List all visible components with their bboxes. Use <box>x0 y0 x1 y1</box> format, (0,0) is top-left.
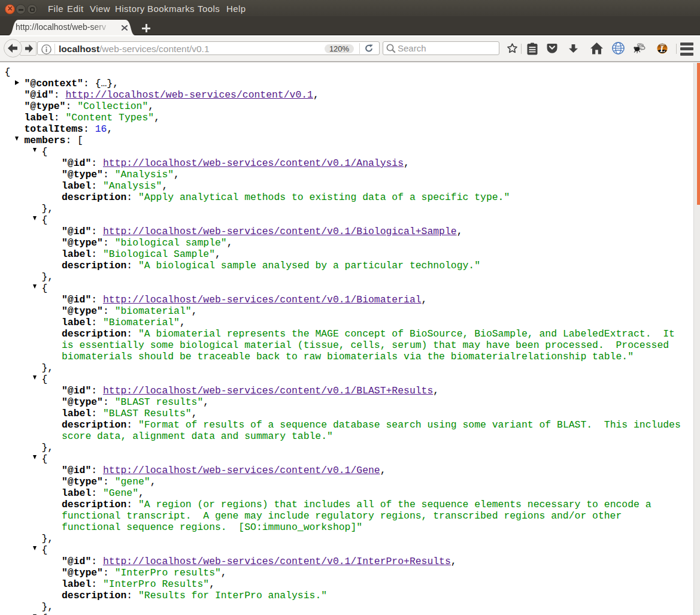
svg-text:L: L <box>659 44 665 54</box>
